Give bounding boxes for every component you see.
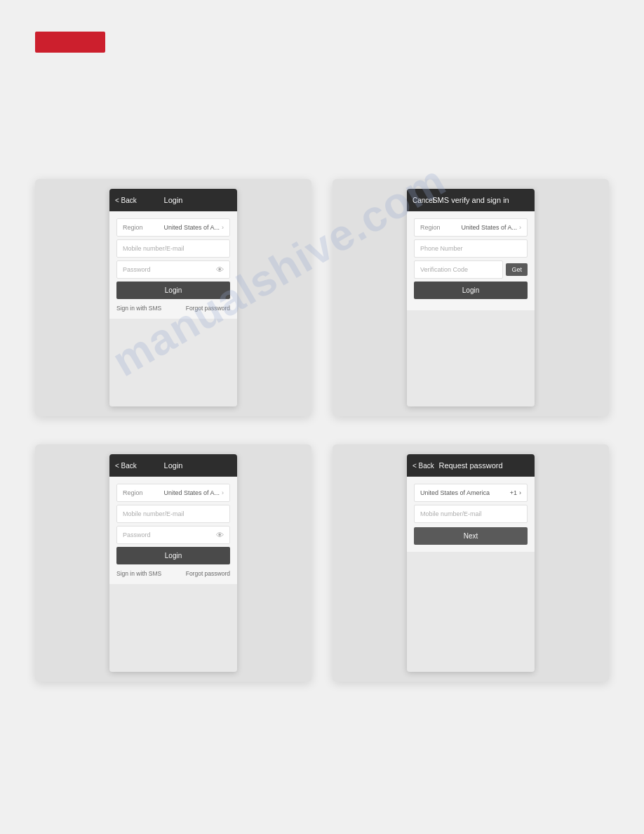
verification-placeholder: Verification Code	[420, 266, 468, 273]
back-button-3[interactable]: < Back	[412, 462, 434, 470]
header-title-2: SMS verify and sign in	[432, 196, 509, 204]
region-row-1[interactable]: Region United States of A... ›	[116, 218, 230, 237]
region-row-3[interactable]: Region United States of A... ›	[116, 484, 230, 502]
region-value-3: United States of A... ›	[163, 489, 224, 496]
back-button-2[interactable]: < Back	[115, 462, 137, 470]
region-value-2: United States of A... ›	[461, 224, 521, 231]
password-field-1[interactable]: Password 👁	[116, 260, 230, 279]
sign-sms-link-2[interactable]: Sign in with SMS	[116, 570, 161, 577]
region-full-row[interactable]: United States of America +1 ›	[414, 484, 528, 502]
sign-sms-link-1[interactable]: Sign in with SMS	[116, 305, 161, 312]
verify-row: Verification Code Get	[414, 260, 528, 279]
next-button[interactable]: Next	[414, 527, 528, 545]
phone-header-2: Cancel SMS verify and sign in	[407, 189, 535, 211]
phone-body-2: Region United States of A... › Phone Num…	[407, 211, 535, 310]
region-label-1: Region	[123, 224, 143, 231]
phone-header-1: < Back Login	[109, 189, 237, 211]
phone-field[interactable]: Phone Number	[414, 239, 528, 258]
phone-body-1: Region United States of A... › Mobile nu…	[109, 211, 237, 319]
login-button-2[interactable]: Login	[414, 282, 528, 299]
region-chevron-1: ›	[222, 224, 224, 231]
phone-sms-verify: Cancel SMS verify and sign in Region Uni…	[407, 189, 535, 406]
card-top-right: Cancel SMS verify and sign in Region Uni…	[333, 179, 609, 416]
region-label-2: Region	[420, 224, 441, 231]
verification-field[interactable]: Verification Code	[414, 260, 503, 279]
screens-container: < Back Login Region United States of A..…	[35, 179, 609, 682]
mobile-field-2[interactable]: Mobile number/E-mail	[116, 505, 230, 523]
eye-icon-1: 👁	[216, 265, 224, 274]
password-field-2[interactable]: Password 👁	[116, 526, 230, 544]
logo-bar	[35, 32, 105, 53]
phone-login-2: < Back Login Region United States of A..…	[109, 454, 237, 672]
region-row-2[interactable]: Region United States of A... ›	[414, 218, 528, 237]
eye-icon-2: 👁	[216, 531, 224, 539]
bottom-links-1: Sign in with SMS Forgot password	[116, 305, 230, 312]
mobile-placeholder-1: Mobile number/E-mail	[123, 245, 185, 252]
forgot-password-link-1[interactable]: Forgot password	[186, 305, 230, 312]
mobile-placeholder-2: Mobile number/E-mail	[123, 510, 185, 517]
password-placeholder-1: Password	[123, 266, 151, 273]
mobile-field-3[interactable]: Mobile number/E-mail	[414, 505, 528, 523]
password-placeholder-2: Password	[123, 531, 151, 538]
card-top-left: < Back Login Region United States of A..…	[35, 179, 311, 416]
cancel-button[interactable]: Cancel	[412, 197, 434, 204]
phone-header-3: < Back Login	[109, 454, 237, 477]
region-label-3: Region	[123, 489, 143, 496]
mobile-placeholder-3: Mobile number/E-mail	[420, 510, 482, 517]
phone-login-1: < Back Login Region United States of A..…	[109, 189, 237, 406]
phone-request-password: < Back Request password United States of…	[407, 454, 535, 672]
phone-body-3: Region United States of A... › Mobile nu…	[109, 477, 237, 584]
card-bottom-right: < Back Request password United States of…	[333, 444, 609, 682]
card-bottom-left: < Back Login Region United States of A..…	[35, 444, 311, 682]
header-title-3: Login	[164, 461, 183, 470]
login-button-1[interactable]: Login	[116, 282, 230, 299]
phone-body-4: United States of America +1 › Mobile num…	[407, 477, 535, 552]
mobile-field-1[interactable]: Mobile number/E-mail	[116, 239, 230, 258]
forgot-password-link-2[interactable]: Forgot password	[186, 570, 230, 577]
region-full-text: United States of America	[420, 489, 490, 496]
region-code-badge: +1 ›	[510, 489, 521, 496]
region-chevron-2: ›	[519, 224, 521, 231]
region-chevron-3: ›	[222, 489, 224, 496]
phone-header-4: < Back Request password	[407, 454, 535, 477]
region-code-chevron: ›	[519, 489, 521, 496]
get-button[interactable]: Get	[506, 263, 528, 276]
phone-placeholder: Phone Number	[420, 245, 463, 252]
back-button-1[interactable]: < Back	[115, 197, 137, 204]
login-button-3[interactable]: Login	[116, 547, 230, 564]
bottom-links-2: Sign in with SMS Forgot password	[116, 570, 230, 577]
region-value-1: United States of A... ›	[163, 224, 224, 231]
header-title-1: Login	[164, 196, 183, 204]
header-title-4: Request password	[438, 461, 502, 470]
